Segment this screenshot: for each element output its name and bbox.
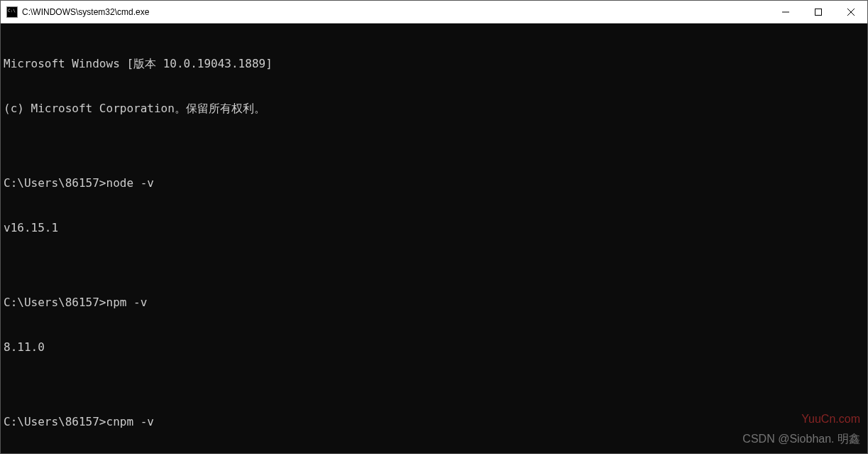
- maximize-button[interactable]: [802, 1, 835, 23]
- watermark-author: CSDN @Siobhan. 明鑫: [742, 431, 860, 446]
- terminal-line: v16.15.1: [4, 220, 864, 235]
- window-title: C:\WINDOWS\system32\cmd.exe: [22, 7, 769, 17]
- close-icon: [847, 9, 855, 16]
- window-controls: [769, 1, 867, 23]
- minimize-button[interactable]: [769, 1, 802, 23]
- cmd-window: C:\WINDOWS\system32\cmd.exe Microsoft Wi…: [0, 0, 868, 454]
- cmd-icon: [6, 6, 18, 18]
- terminal-line: 8.11.0: [4, 340, 864, 355]
- terminal-line: C:\Users\86157>npm -v: [4, 295, 864, 310]
- svg-rect-1: [815, 9, 822, 15]
- maximize-icon: [815, 9, 822, 16]
- terminal-line: C:\Users\86157>node -v: [4, 175, 864, 190]
- titlebar[interactable]: C:\WINDOWS\system32\cmd.exe: [1, 1, 867, 23]
- terminal-line: (c) Microsoft Corporation。保留所有权利。: [4, 101, 864, 116]
- close-button[interactable]: [835, 1, 867, 23]
- terminal-line: C:\Users\86157>cnpm -v: [4, 414, 864, 429]
- terminal-output[interactable]: Microsoft Windows [版本 10.0.19043.1889] (…: [1, 23, 867, 453]
- watermark-site: YuuCn.com: [801, 411, 860, 426]
- terminal-line: Microsoft Windows [版本 10.0.19043.1889]: [4, 56, 864, 71]
- minimize-icon: [782, 9, 789, 16]
